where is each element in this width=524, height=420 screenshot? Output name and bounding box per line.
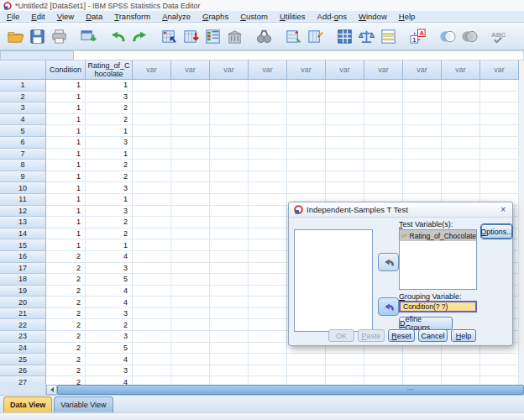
row-header[interactable]: 13 bbox=[0, 217, 46, 228]
column-header-var[interactable]: var bbox=[364, 60, 403, 80]
data-cell[interactable] bbox=[364, 102, 403, 114]
options-button[interactable]: Options... bbox=[481, 224, 512, 239]
data-cell[interactable] bbox=[442, 160, 480, 171]
data-cell[interactable]: 5 bbox=[86, 343, 133, 354]
data-cell[interactable] bbox=[133, 194, 171, 206]
data-cell[interactable] bbox=[287, 92, 326, 103]
cell-edit-bar[interactable] bbox=[74, 50, 524, 60]
data-cell[interactable] bbox=[171, 102, 210, 114]
data-cell[interactable] bbox=[171, 286, 210, 297]
toolbar-button-recall-dialogs[interactable] bbox=[78, 25, 98, 47]
data-cell[interactable] bbox=[403, 137, 442, 149]
data-cell[interactable] bbox=[364, 92, 403, 103]
row-header[interactable]: 14 bbox=[0, 228, 46, 240]
cell-reference-box[interactable] bbox=[0, 50, 74, 60]
data-cell[interactable]: 3 bbox=[86, 331, 133, 343]
data-cell[interactable]: 1 bbox=[86, 80, 133, 92]
data-cell[interactable] bbox=[171, 331, 210, 343]
data-cell[interactable] bbox=[287, 114, 326, 126]
data-cell[interactable] bbox=[249, 217, 287, 228]
data-cell[interactable] bbox=[133, 114, 171, 126]
row-header[interactable]: 7 bbox=[0, 149, 46, 160]
data-cell[interactable] bbox=[249, 343, 287, 354]
grid-corner-cell[interactable] bbox=[0, 60, 46, 80]
data-cell[interactable]: 3 bbox=[86, 92, 133, 103]
data-cell[interactable] bbox=[287, 354, 326, 365]
data-cell[interactable] bbox=[480, 137, 519, 149]
menu-item-custom[interactable]: Custom bbox=[234, 11, 274, 22]
data-cell[interactable] bbox=[326, 376, 364, 385]
data-cell[interactable] bbox=[249, 125, 287, 137]
data-cell[interactable] bbox=[210, 308, 249, 320]
data-cell[interactable]: 3 bbox=[86, 365, 133, 377]
data-cell[interactable]: 1 bbox=[46, 125, 86, 137]
menu-item-help[interactable]: Help bbox=[393, 11, 422, 22]
row-header[interactable]: 6 bbox=[0, 137, 46, 149]
data-cell[interactable]: 1 bbox=[86, 239, 133, 251]
column-header-condition[interactable]: Condition bbox=[46, 60, 86, 80]
data-cell[interactable] bbox=[364, 80, 403, 92]
data-cell[interactable]: 1 bbox=[46, 137, 86, 149]
row-header[interactable]: 27 bbox=[0, 376, 46, 385]
data-cell[interactable] bbox=[287, 160, 326, 171]
data-cell[interactable] bbox=[364, 149, 403, 160]
data-cell[interactable] bbox=[171, 114, 210, 126]
data-cell[interactable] bbox=[364, 125, 403, 137]
menu-item-file[interactable]: File bbox=[1, 11, 25, 22]
data-cell[interactable] bbox=[171, 297, 210, 308]
row-header[interactable]: 5 bbox=[0, 125, 46, 137]
toolbar-button-insert-variable[interactable] bbox=[305, 25, 325, 47]
row-header[interactable]: 18 bbox=[0, 274, 46, 286]
data-cell[interactable]: 1 bbox=[46, 80, 86, 92]
row-header[interactable]: 16 bbox=[0, 251, 46, 263]
data-cell[interactable] bbox=[326, 182, 364, 194]
row-header[interactable]: 24 bbox=[0, 343, 46, 354]
data-cell[interactable] bbox=[326, 102, 364, 114]
data-cell[interactable] bbox=[171, 228, 210, 240]
data-cell[interactable] bbox=[442, 149, 480, 160]
data-cell[interactable] bbox=[364, 182, 403, 194]
data-cell[interactable] bbox=[133, 331, 171, 343]
toolbar-button-weight-cases[interactable] bbox=[356, 25, 376, 47]
data-cell[interactable] bbox=[326, 137, 364, 149]
data-cell[interactable] bbox=[171, 343, 210, 354]
data-cell[interactable] bbox=[403, 376, 442, 385]
row-header[interactable]: 3 bbox=[0, 102, 46, 114]
data-cell[interactable] bbox=[133, 343, 171, 354]
toolbar-button-use-variable-sets[interactable] bbox=[437, 25, 457, 47]
row-header[interactable]: 10 bbox=[0, 182, 46, 194]
data-cell[interactable]: 1 bbox=[46, 194, 86, 206]
data-cell[interactable]: 1 bbox=[86, 149, 133, 160]
column-header-var[interactable]: var bbox=[133, 60, 171, 80]
data-cell[interactable] bbox=[442, 365, 480, 377]
data-cell[interactable] bbox=[326, 92, 364, 103]
tab-variable-view[interactable]: Variable View bbox=[54, 396, 113, 412]
menu-item-edit[interactable]: Edit bbox=[25, 11, 50, 22]
data-cell[interactable] bbox=[249, 251, 287, 263]
data-cell[interactable] bbox=[480, 80, 519, 92]
data-cell[interactable] bbox=[171, 149, 210, 160]
dialog-titlebar[interactable]: Independent-Samples T Test × bbox=[289, 202, 512, 218]
data-cell[interactable]: 2 bbox=[86, 217, 133, 228]
data-cell[interactable] bbox=[326, 354, 364, 365]
data-cell[interactable] bbox=[133, 149, 171, 160]
data-cell[interactable]: 1 bbox=[86, 125, 133, 137]
grouping-variable-field[interactable]: Condition(? ?) bbox=[399, 301, 477, 312]
data-cell[interactable] bbox=[133, 92, 171, 103]
cancel-button[interactable]: Cancel bbox=[418, 329, 448, 342]
data-cell[interactable] bbox=[364, 160, 403, 171]
data-cell[interactable]: 2 bbox=[46, 319, 86, 331]
data-cell[interactable] bbox=[133, 80, 171, 92]
source-variable-list[interactable] bbox=[294, 229, 373, 332]
data-cell[interactable]: 1 bbox=[46, 92, 86, 103]
data-cell[interactable] bbox=[249, 319, 287, 331]
data-cell[interactable] bbox=[171, 160, 210, 171]
data-cell[interactable] bbox=[210, 239, 249, 251]
data-cell[interactable] bbox=[171, 251, 210, 263]
toolbar-button-show-all-variables[interactable] bbox=[458, 25, 479, 47]
data-cell[interactable] bbox=[210, 137, 249, 149]
data-cell[interactable] bbox=[326, 171, 364, 183]
toolbar-button-split-file[interactable] bbox=[334, 25, 354, 47]
data-cell[interactable] bbox=[403, 354, 442, 365]
data-cell[interactable]: 2 bbox=[86, 228, 133, 240]
